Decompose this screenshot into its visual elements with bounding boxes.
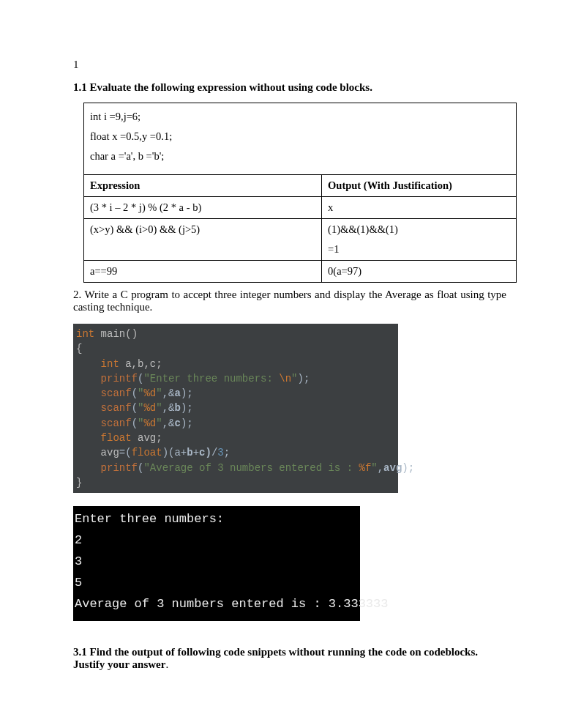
col-header-output: Output (With Justification) [322,175,517,197]
col-header-expression: Expression [84,175,322,197]
out-line-1: (1)&&(1)&&(1) [328,223,510,236]
table-row: (x>y) && (i>0) && (j>5) (1)&&(1)&&(1) =1 [84,219,517,261]
expression-table: int i =9,j=6; float x =0.5,y =0.1; char … [83,103,517,283]
out-cell: x [322,197,517,219]
q31-heading: 3.1 Find the output of following code sn… [73,646,506,671]
decl-line-1: int i =9,j=6; [90,111,510,123]
declarations-cell: int i =9,j=6; float x =0.5,y =0.1; char … [84,103,517,175]
code-snippet: int main() { int a,b,c; printf("Enter th… [73,324,398,493]
out-line-2: =1 [328,243,510,256]
out-cell: (1)&&(1)&&(1) =1 [322,219,517,261]
expr-cell: (3 * i – 2 * j) % (2 * a - b) [84,197,322,219]
decl-line-2: float x =0.5,y =0.1; [90,130,510,143]
q2-paragraph: 2. Write a C program to accept three int… [73,289,506,313]
terminal-output: Enter three numbers: 2 3 5 Average of 3 … [73,506,360,620]
q11-heading: 1.1 Evaluate the following expression wi… [73,81,506,94]
page-number: 1 [73,59,506,71]
expr-cell: (x>y) && (i>0) && (j>5) [84,219,322,261]
expr-cell: a==99 [84,261,322,283]
out-cell: 0(a=97) [322,261,517,283]
decl-line-3: char a ='a', b ='b'; [90,150,510,163]
table-row: (3 * i – 2 * j) % (2 * a - b) x [84,197,517,219]
table-row: a==99 0(a=97) [84,261,517,283]
